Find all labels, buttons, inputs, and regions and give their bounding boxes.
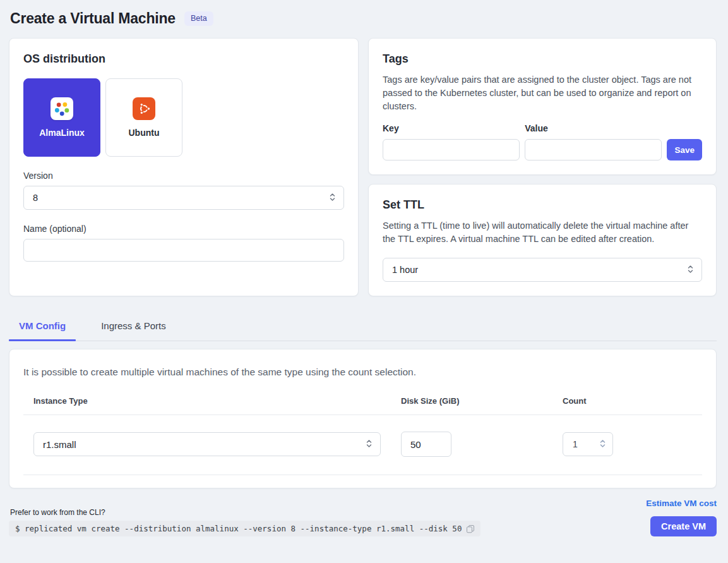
instance-table: Instance Type Disk Size (GiB) Count r1.s… xyxy=(23,396,702,475)
disk-size-input[interactable] xyxy=(401,432,451,457)
column-count: Count xyxy=(563,396,702,406)
cli-command-text: $ replicated vm create --distribution al… xyxy=(15,524,462,533)
instance-table-header: Instance Type Disk Size (GiB) Count xyxy=(23,396,702,415)
tag-value-input[interactable] xyxy=(525,139,662,160)
version-label: Version xyxy=(23,171,344,181)
stepper-arrows-icon[interactable] xyxy=(599,439,606,451)
instance-type-select[interactable]: r1.small xyxy=(33,432,381,456)
tab-ingress-ports[interactable]: Ingress & Ports xyxy=(91,313,176,341)
chevron-up-down-icon xyxy=(366,439,373,451)
count-value: 1 xyxy=(573,439,578,449)
vm-config-card: It is possible to create multiple virtua… xyxy=(9,349,717,488)
right-column: Tags Tags are key/value pairs that are a… xyxy=(368,38,717,296)
chevron-up-down-icon xyxy=(687,264,694,276)
beta-badge: Beta xyxy=(184,11,213,26)
cli-command-block: $ replicated vm create --distribution al… xyxy=(9,521,480,536)
os-card-title: OS distribution xyxy=(23,52,344,66)
count-cell: 1 xyxy=(563,432,702,456)
page-header: Create a Virtual Machine Beta xyxy=(10,10,717,27)
distro-option-ubuntu[interactable]: Ubuntu xyxy=(105,78,182,157)
copy-icon[interactable] xyxy=(466,524,475,533)
tags-card: Tags Tags are key/value pairs that are a… xyxy=(368,38,717,175)
estimate-vm-cost-link[interactable]: Estimate VM cost xyxy=(646,499,717,508)
distro-option-almalinux[interactable]: AlmaLinux xyxy=(23,78,100,157)
distro-label: Ubuntu xyxy=(129,128,160,138)
save-tag-button[interactable]: Save xyxy=(667,139,702,160)
tag-key-field: Key xyxy=(383,123,520,160)
almalinux-logo-icon xyxy=(51,97,73,120)
tab-bar: VM Config Ingress & Ports xyxy=(9,313,717,341)
name-input[interactable] xyxy=(23,239,344,262)
column-instance-type: Instance Type xyxy=(33,396,381,406)
cli-section: Prefer to work from the CLI? $ replicate… xyxy=(9,508,480,536)
ttl-description: Setting a TTL (time to live) will automa… xyxy=(383,219,702,246)
name-label: Name (optional) xyxy=(23,224,344,234)
tab-vm-config[interactable]: VM Config xyxy=(9,313,76,341)
chevron-up-down-icon xyxy=(329,192,336,204)
table-row: r1.small 1 xyxy=(23,415,702,475)
ttl-select[interactable]: 1 hour xyxy=(383,258,702,282)
page-title: Create a Virtual Machine xyxy=(10,10,176,27)
ubuntu-logo-icon xyxy=(133,97,155,120)
tag-form: Key Value Save xyxy=(383,123,702,160)
disk-size-cell xyxy=(401,432,542,457)
footer-actions: Estimate VM cost Create VM xyxy=(646,499,717,536)
tag-value-field: Value xyxy=(525,123,662,160)
count-stepper[interactable]: 1 xyxy=(563,432,613,456)
footer-bar: Prefer to work from the CLI? $ replicate… xyxy=(9,499,717,536)
version-select-value: 8 xyxy=(33,193,38,203)
instance-type-value: r1.small xyxy=(43,439,76,450)
vm-config-intro: It is possible to create multiple virtua… xyxy=(23,366,702,378)
set-ttl-card: Set TTL Setting a TTL (time to live) wil… xyxy=(368,184,717,296)
distro-options: AlmaLinux Ubuntu xyxy=(23,78,344,157)
tag-key-input[interactable] xyxy=(383,139,520,160)
create-vm-button[interactable]: Create VM xyxy=(650,516,717,536)
os-distribution-card: OS distribution AlmaLinux xyxy=(9,38,359,296)
create-vm-page: Create a Virtual Machine Beta OS distrib… xyxy=(0,0,728,563)
distro-label: AlmaLinux xyxy=(39,128,85,138)
column-disk-size: Disk Size (GiB) xyxy=(401,396,542,406)
tag-value-label: Value xyxy=(525,123,662,133)
cli-prompt-text: Prefer to work from the CLI? xyxy=(10,508,480,517)
tags-card-title: Tags xyxy=(383,52,702,66)
tag-key-label: Key xyxy=(383,123,520,133)
tags-description: Tags are key/value pairs that are assign… xyxy=(383,73,702,113)
top-grid: OS distribution AlmaLinux xyxy=(9,38,717,296)
version-select[interactable]: 8 xyxy=(23,186,344,210)
ttl-select-value: 1 hour xyxy=(392,265,418,275)
ttl-card-title: Set TTL xyxy=(383,198,702,212)
